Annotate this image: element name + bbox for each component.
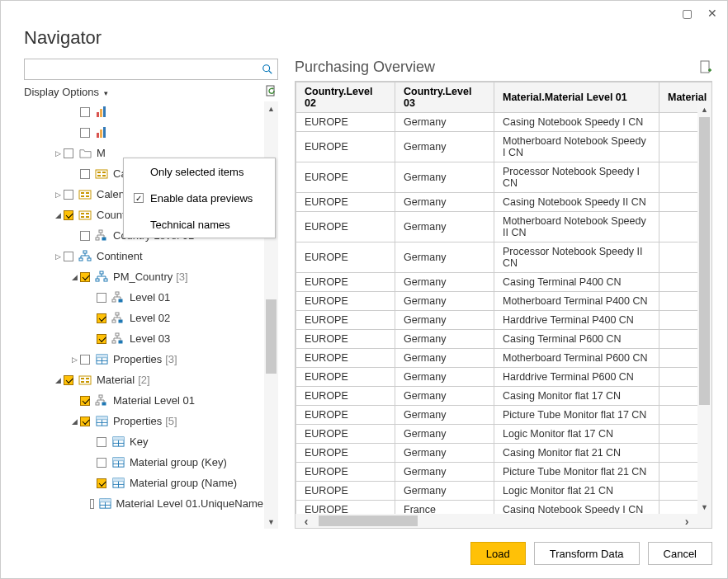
tree-node[interactable]: Material Level 01.UniqueName	[24, 493, 263, 514]
maximize-button[interactable]: ▢	[682, 7, 693, 20]
table-cell: Germany	[395, 132, 494, 162]
expander-icon[interactable]: ▷	[54, 149, 62, 158]
table-row[interactable]: EUROPEGermanyCasing Terminal P400 CN	[296, 273, 713, 292]
svg-rect-28	[79, 258, 83, 261]
table-row[interactable]: EUROPEGermanyPicture Tube Monitor flat 2…	[296, 463, 713, 482]
expander-icon[interactable]: ▷	[70, 355, 78, 364]
table-row[interactable]: EUROPEGermanyMotherboard Terminal P600 C…	[296, 349, 713, 368]
scroll-thumb[interactable]	[319, 515, 418, 526]
transform-button[interactable]: Transform Data	[534, 542, 640, 565]
expander-icon[interactable]: ◢	[70, 273, 78, 281]
tree-node[interactable]: Level 01	[24, 287, 263, 308]
close-button[interactable]: ✕	[707, 7, 717, 20]
checkbox[interactable]	[64, 210, 73, 220]
refresh-icon[interactable]	[265, 85, 278, 98]
checkbox[interactable]	[80, 272, 90, 282]
table-row[interactable]: EUROPEGermanyProcessor Notebook Speedy I…	[296, 242, 713, 273]
svg-rect-24	[99, 230, 102, 233]
tree-node[interactable]: Level 03	[24, 328, 263, 349]
checkbox[interactable]	[97, 313, 106, 323]
tree-node[interactable]	[24, 101, 263, 122]
checkbox[interactable]	[80, 107, 90, 117]
expander-icon[interactable]: ◢	[70, 417, 78, 426]
scroll-up-icon[interactable]: ▲	[697, 102, 711, 116]
expander-icon[interactable]: ◢	[54, 211, 62, 219]
expander-icon[interactable]: ◢	[54, 376, 62, 384]
scroll-left-icon[interactable]: ‹	[295, 514, 317, 528]
svg-rect-39	[116, 333, 119, 336]
tree-node[interactable]: ◢Material[2]	[24, 370, 263, 390]
svg-rect-13	[102, 175, 106, 177]
tree-node[interactable]: Key	[24, 431, 263, 452]
tree-node[interactable]: ◢Properties[5]	[24, 411, 263, 431]
table-row[interactable]: EUROPEGermanyMotherboard Terminal P400 C…	[296, 292, 713, 311]
checkbox[interactable]	[97, 458, 106, 468]
expander-icon[interactable]: ▷	[54, 191, 62, 199]
column-header[interactable]: Material.Material Level 01	[494, 82, 659, 113]
preview-grid[interactable]: Country.Level 02Country.Level 03Material…	[295, 82, 712, 529]
scroll-down-icon[interactable]: ▼	[697, 500, 711, 514]
checkbox[interactable]	[80, 169, 90, 179]
table-row[interactable]: EUROPEGermanyProcessor Notebook Speedy I…	[296, 162, 713, 193]
table-row[interactable]: EUROPEGermanyLogic Monitor flat 17 CN	[296, 425, 713, 444]
checkbox[interactable]	[97, 437, 106, 447]
checkbox[interactable]	[80, 128, 90, 138]
menu-technical-names[interactable]: Technical names	[124, 211, 275, 238]
column-header[interactable]: Country.Level 02	[296, 82, 395, 113]
table-row[interactable]: EUROPEGermanyCasing Terminal P600 CN	[296, 330, 713, 349]
scroll-up-icon[interactable]: ▲	[264, 101, 278, 115]
tree-node[interactable]: Material group (Name)	[24, 473, 263, 493]
checkbox[interactable]	[80, 396, 90, 406]
svg-rect-25	[96, 238, 99, 240]
checkbox[interactable]	[80, 231, 90, 241]
tree-node[interactable]: Material group (Key)	[24, 452, 263, 473]
table-row[interactable]: EUROPEGermanyHarddrive Terminal P600 CN	[296, 368, 713, 387]
search-input[interactable]	[25, 64, 258, 76]
checkbox[interactable]	[80, 417, 90, 426]
checkbox[interactable]	[64, 190, 73, 200]
scroll-down-icon[interactable]: ▼	[264, 515, 278, 529]
table-row[interactable]: EUROPEGermanyCasing Monitor flat 17 CN	[296, 387, 713, 406]
tree-node[interactable]	[24, 122, 263, 143]
tree-node[interactable]: ▷Properties[3]	[24, 349, 263, 370]
menu-enable-previews[interactable]: Enable data previews	[124, 185, 275, 211]
grid-hscroll[interactable]: ‹ ›	[295, 514, 711, 528]
checkbox[interactable]	[64, 375, 73, 385]
expander-icon[interactable]: ▷	[54, 252, 62, 261]
cancel-button[interactable]: Cancel	[648, 542, 712, 565]
table-row[interactable]: EUROPEGermanyMotherboard Notebook Speedy…	[296, 132, 713, 162]
checkbox[interactable]	[97, 334, 106, 344]
svg-rect-22	[86, 213, 89, 214]
table-row[interactable]: EUROPEGermanyCasing Notebook Speedy I CN	[296, 113, 713, 132]
table-row[interactable]: EUROPEGermanyMotherboard Notebook Speedy…	[296, 212, 713, 242]
checkbox[interactable]	[97, 478, 106, 488]
grid-vscroll[interactable]: ▲ ▼	[697, 102, 711, 514]
svg-rect-20	[81, 213, 84, 214]
table-row[interactable]: EUROPEGermanyLogic Monitor flat 21 CN	[296, 482, 713, 501]
column-header[interactable]: Country.Level 03	[395, 82, 494, 113]
checkbox[interactable]	[90, 499, 93, 509]
checkbox[interactable]	[80, 355, 90, 365]
table-row[interactable]: EUROPEGermanyPicture Tube Monitor flat 1…	[296, 406, 713, 425]
table-row[interactable]: EUROPEGermanyCasing Monitor flat 21 CN	[296, 444, 713, 463]
svg-rect-12	[102, 172, 106, 173]
tree-node[interactable]: ◢PM_Country[3]	[24, 266, 263, 287]
svg-rect-5	[103, 106, 106, 117]
search-icon[interactable]	[258, 64, 277, 75]
scroll-thumb[interactable]	[699, 117, 710, 405]
load-button[interactable]: Load	[470, 542, 526, 565]
menu-only-selected[interactable]: Only selected items	[124, 158, 275, 185]
display-options-button[interactable]: Display Options ▾	[24, 86, 108, 98]
checkbox[interactable]	[97, 293, 106, 303]
scroll-thumb[interactable]	[266, 299, 277, 374]
tree-node[interactable]: Material Level 01	[24, 390, 263, 411]
tree-node[interactable]: ▷Continent	[24, 246, 263, 266]
checkbox[interactable]	[64, 252, 73, 261]
table-cell: EUROPE	[296, 311, 395, 330]
page-add-icon[interactable]	[699, 60, 712, 75]
checkbox[interactable]	[64, 148, 73, 158]
scroll-right-icon[interactable]: ›	[676, 514, 697, 528]
table-row[interactable]: EUROPEGermanyHarddrive Terminal P400 CN	[296, 311, 713, 330]
tree-node[interactable]: Level 02	[24, 308, 263, 328]
table-row[interactable]: EUROPEGermanyCasing Notebook Speedy II C…	[296, 193, 713, 212]
